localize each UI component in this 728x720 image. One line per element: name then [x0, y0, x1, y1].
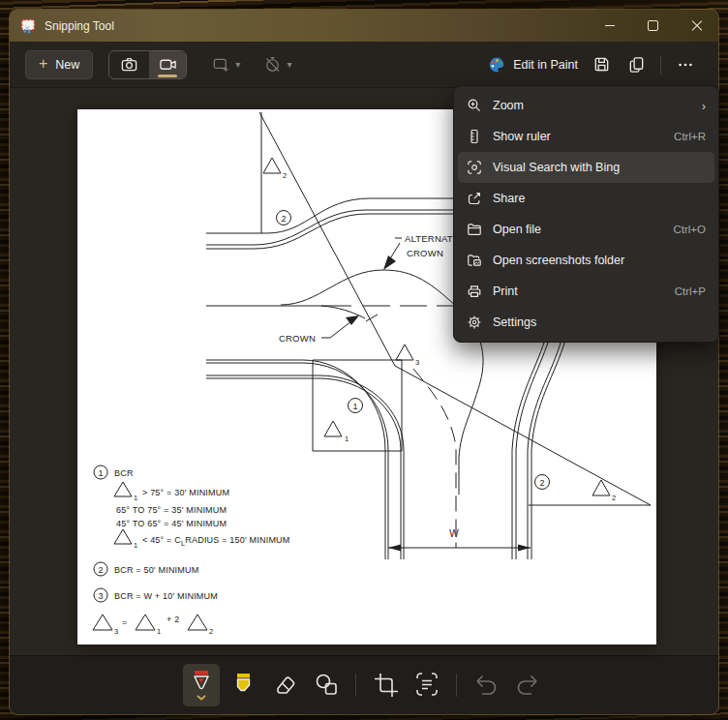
- note3-number: 3: [98, 591, 103, 601]
- save-button[interactable]: [584, 50, 619, 79]
- note1-line1: > 75° = 30' MINIMUM: [142, 488, 229, 497]
- close-button[interactable]: [675, 10, 718, 42]
- note1-delta1b-sub: 1: [134, 541, 137, 550]
- copy-icon: [627, 55, 646, 74]
- menu-item-open-screenshots-folder[interactable]: Open screenshots folder: [458, 245, 714, 276]
- menu-shortcut: Ctrl+R: [674, 131, 706, 142]
- w-dimension-label: W: [449, 528, 459, 539]
- menu-label: Open file: [493, 223, 673, 236]
- chevron-down-icon: ▾: [235, 59, 240, 70]
- selected-mode-indicator: [158, 75, 177, 77]
- close-icon: [691, 20, 703, 32]
- paint-palette-icon: [488, 56, 505, 74]
- notes-block: 1 BCR 1 > 75° = 30' MINIMUM 65° TO 75° =…: [94, 465, 290, 602]
- shapes-button[interactable]: [308, 664, 345, 706]
- note3-text: BCR = W + 10' MINIMUM: [114, 591, 218, 601]
- minimize-button[interactable]: [588, 10, 631, 42]
- note2-text: BCR = 50' MINIMUM: [114, 565, 198, 575]
- menu-item-open-file[interactable]: Open file Ctrl+O: [458, 214, 714, 245]
- delta-formula: 3 = 1 + 2 2: [93, 615, 213, 636]
- menu-label: Print: [493, 285, 675, 298]
- text-actions-button[interactable]: [409, 664, 445, 706]
- copy-button[interactable]: [619, 50, 653, 79]
- note2-number: 2: [98, 565, 103, 575]
- note1-line3: 45° TO 65° = 45' MINIMUM: [116, 519, 227, 528]
- formula-sub3: 3: [114, 627, 118, 636]
- menu-item-zoom[interactable]: Zoom ›: [458, 90, 714, 121]
- menu-item-visual-search-with-bing[interactable]: Visual Search with Bing: [458, 152, 714, 183]
- toolbar-separator: [660, 55, 661, 75]
- shapes-icon: [311, 668, 342, 703]
- crown-label: CROWN: [279, 333, 316, 344]
- menu-shortcut: Ctrl+P: [675, 285, 706, 297]
- see-more-button[interactable]: [668, 50, 703, 79]
- undo-button[interactable]: [468, 664, 504, 706]
- timer-off-icon: [263, 55, 282, 74]
- ballpoint-pen-button[interactable]: [183, 664, 220, 706]
- maximize-button[interactable]: [631, 10, 675, 42]
- highlighter-icon: [228, 667, 258, 704]
- screenshots-folder-icon: [467, 253, 493, 268]
- footer-separator: [456, 674, 457, 697]
- annotation-toolbar: [10, 655, 718, 714]
- screenshot-mode-button[interactable]: [109, 51, 149, 78]
- ellipsis-icon: [677, 56, 694, 74]
- menu-label: Share: [493, 192, 706, 205]
- menu-item-show-ruler[interactable]: Show ruler Ctrl+R: [458, 121, 714, 152]
- mode-segmented-control: [108, 50, 187, 79]
- delay-dropdown[interactable]: ▾: [263, 55, 291, 74]
- gear-icon: [467, 315, 493, 330]
- eraser-icon: [269, 668, 300, 703]
- menu-item-print[interactable]: Print Ctrl+P: [458, 276, 714, 307]
- formula-operator: + 2: [167, 615, 179, 624]
- note1-number: 1: [98, 468, 103, 478]
- menu-label: Settings: [493, 315, 706, 329]
- marker-2-right: 2: [539, 478, 544, 488]
- plus-icon: +: [39, 56, 47, 72]
- share-icon: [467, 191, 493, 206]
- desktop: { "titlebar": { "title": "Snipping Tool"…: [0, 0, 728, 720]
- east-curb-edges: [512, 340, 565, 559]
- delta1-sub: 1: [345, 435, 349, 443]
- minimize-icon: [605, 25, 615, 26]
- see-more-menu: Zoom › Show ruler Ctrl+R Visual Search w…: [453, 85, 719, 343]
- snip-shape-dropdown[interactable]: ▾: [212, 55, 240, 74]
- crown-callout: CROWN: [279, 315, 359, 344]
- maximize-icon: [648, 20, 658, 31]
- note1-line4: < 45° = CLRADIUS = 150' MINIMUM: [142, 535, 290, 548]
- submenu-chevron-icon: ›: [702, 99, 706, 113]
- chevron-down-icon: ▾: [287, 59, 291, 70]
- screen-recording-mode-button[interactable]: [149, 51, 186, 78]
- w-dimension: W: [388, 528, 531, 552]
- main-toolbar: + New: [10, 42, 718, 88]
- undo-icon: [470, 668, 501, 703]
- new-snip-button[interactable]: + New: [25, 50, 93, 79]
- marker-1: 1: [352, 402, 357, 411]
- note1-title: BCR: [114, 468, 134, 478]
- formula-sub2: 2: [209, 627, 213, 636]
- menu-label: Visual Search with Bing: [493, 161, 706, 174]
- note1-line2: 65° TO 75° = 35' MINIMUM: [116, 505, 227, 515]
- titlebar: Snipping Tool: [10, 10, 718, 42]
- text-actions-icon: [411, 668, 442, 703]
- ruler-icon: [467, 129, 493, 144]
- menu-label: Open screenshots folder: [493, 254, 706, 267]
- window-title: Snipping Tool: [45, 19, 114, 33]
- highlighter-button[interactable]: [225, 664, 261, 706]
- alternate-crown-label-line2: CROWN: [407, 248, 443, 258]
- zoom-icon: [467, 98, 493, 113]
- menu-shortcut: Ctrl+O: [673, 224, 706, 235]
- crop-button[interactable]: [367, 664, 404, 706]
- ballpoint-pen-icon: [186, 667, 217, 704]
- redo-icon: [512, 668, 543, 703]
- save-icon: [592, 55, 611, 74]
- eraser-button[interactable]: [266, 664, 303, 706]
- print-icon: [467, 284, 493, 299]
- menu-item-settings[interactable]: Settings: [458, 307, 714, 338]
- menu-item-share[interactable]: Share: [458, 183, 714, 214]
- redo-button[interactable]: [509, 664, 546, 706]
- delta3-sub: 3: [415, 358, 419, 367]
- window-controls: [588, 10, 718, 42]
- snipping-tool-app-icon: [20, 18, 36, 34]
- edit-in-paint-button[interactable]: Edit in Paint: [482, 50, 584, 79]
